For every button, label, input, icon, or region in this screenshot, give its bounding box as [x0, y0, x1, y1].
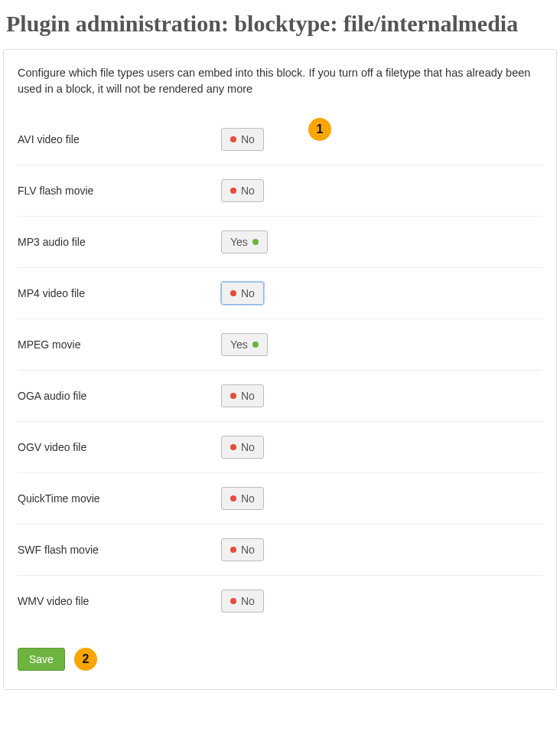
- option-row: MP4 video fileNo: [18, 268, 542, 319]
- description-text: Configure which file types users can emb…: [18, 65, 542, 97]
- option-row: OGA audio fileNo: [18, 371, 542, 422]
- status-dot-off-icon: [230, 495, 236, 502]
- option-label: WMV video file: [18, 595, 221, 607]
- toggle-switch[interactable]: No: [221, 128, 264, 151]
- toggle-text: No: [241, 185, 255, 197]
- status-dot-off-icon: [230, 290, 236, 296]
- toggle-switch[interactable]: No: [221, 590, 264, 613]
- toggle-text: No: [241, 287, 255, 299]
- option-label: OGA audio file: [18, 390, 221, 402]
- option-row: MP3 audio fileYes: [18, 217, 542, 268]
- option-row: WMV video fileNo: [18, 576, 542, 626]
- option-label: MP4 video file: [18, 287, 221, 299]
- option-label: QuickTime movie: [18, 492, 221, 505]
- settings-panel: Configure which file types users can emb…: [3, 49, 557, 690]
- status-dot-off-icon: [230, 136, 236, 142]
- save-row: Save 2: [18, 648, 542, 671]
- toggle-text: No: [241, 133, 255, 145]
- option-row: OGV video fileNo: [18, 422, 542, 473]
- toggle-switch[interactable]: Yes: [221, 230, 268, 253]
- toggle-switch[interactable]: Yes: [221, 333, 268, 356]
- callout-1: 1: [308, 118, 331, 141]
- status-dot-off-icon: [230, 598, 236, 604]
- toggle-switch[interactable]: No: [221, 282, 264, 305]
- option-label: SWF flash movie: [18, 544, 221, 556]
- status-dot-off-icon: [230, 444, 236, 450]
- option-row: MPEG movieYes: [18, 319, 542, 371]
- toggle-text: No: [241, 492, 255, 505]
- page-title: Plugin administration: blocktype: file/i…: [3, 3, 557, 49]
- status-dot-off-icon: [230, 188, 236, 194]
- option-row: QuickTime movieNo: [18, 473, 542, 524]
- option-row: SWF flash movieNo: [18, 524, 542, 576]
- status-dot-off-icon: [230, 547, 236, 553]
- toggle-switch[interactable]: No: [221, 487, 264, 510]
- save-button[interactable]: Save: [18, 648, 65, 671]
- toggle-text: No: [241, 390, 255, 402]
- toggle-text: Yes: [230, 338, 248, 351]
- option-label: MPEG movie: [18, 338, 221, 351]
- toggle-text: No: [241, 441, 255, 453]
- status-dot-off-icon: [230, 393, 236, 399]
- status-dot-on-icon: [252, 239, 259, 245]
- toggle-text: No: [241, 544, 255, 556]
- toggle-switch[interactable]: No: [221, 436, 264, 459]
- option-label: MP3 audio file: [18, 236, 221, 248]
- option-label: AVI video file: [18, 133, 221, 145]
- options-list: AVI video fileNo1FLV flash movieNoMP3 au…: [18, 114, 542, 626]
- toggle-text: No: [241, 595, 255, 607]
- callout-2: 2: [74, 648, 97, 671]
- option-label: FLV flash movie: [18, 185, 221, 197]
- option-row: AVI video fileNo1: [18, 114, 542, 165]
- toggle-text: Yes: [230, 236, 248, 248]
- status-dot-on-icon: [252, 341, 259, 348]
- toggle-switch[interactable]: No: [221, 538, 264, 561]
- toggle-switch[interactable]: No: [221, 384, 264, 407]
- toggle-switch[interactable]: No: [221, 179, 264, 202]
- option-label: OGV video file: [18, 441, 221, 453]
- option-row: FLV flash movieNo: [18, 165, 542, 217]
